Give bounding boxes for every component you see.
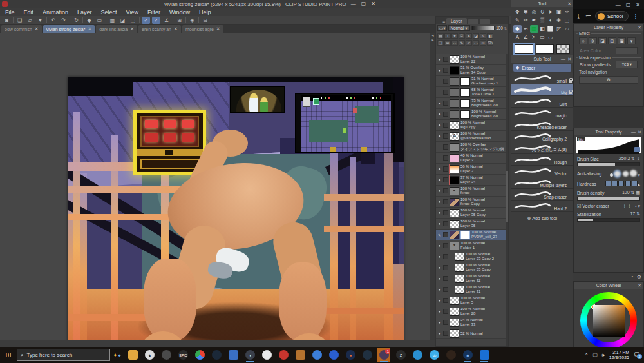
close-tab-icon[interactable]: ✕ [174,26,178,32]
kebab-menu-icon[interactable]: ⋮ [632,13,638,19]
menu-edit[interactable]: Edit [24,9,34,15]
doc-tab[interactable]: dark link alicia✕ [96,25,137,33]
save-icon[interactable]: ▼ [36,17,44,24]
taskbar-app-navy-orange-app[interactable]: ● [344,348,357,362]
layer-row[interactable]: ●100 % NormalLayer 5 [436,295,508,306]
brush-size-slider[interactable] [577,162,640,166]
layer-row[interactable]: ●56 % NormalLayer 2 [436,164,508,175]
pencil-tool-icon[interactable]: ✏ [522,17,530,25]
stabilization-slider[interactable] [577,218,640,222]
gradient-tool-icon[interactable]: ◧ [538,25,547,33]
eye-icon[interactable]: ● [436,277,443,280]
layer-row[interactable]: ●100 % Normalsig Copy [436,120,508,131]
tab-layer[interactable]: Layer [446,18,467,24]
taskbar-app-steam[interactable] [210,348,223,362]
rotate-view-icon[interactable]: ↻ [538,8,547,16]
eraser-ref-icon[interactable]: ◈ [188,17,196,24]
layer-toggle-icon[interactable]: ◧ [487,33,493,39]
taskbar-app-mario-app[interactable] [294,348,307,362]
layer-icon[interactable]: ⬚ [129,17,137,24]
polyline-tool-icon[interactable]: ≻ [530,34,538,41]
open-icon[interactable]: ▱ [26,17,34,24]
layer-action-icon[interactable]: ✎ [459,40,465,46]
eye-icon[interactable]: ● [436,255,443,259]
close-icon[interactable]: ✕ [638,128,641,135]
taskbar-app-clip-studio-paint[interactable]: ◖ [243,348,256,362]
taskbar-search[interactable]: ⌕ Type here to search [17,349,110,361]
layer-action-icon[interactable]: ⌦ [487,40,493,46]
layer-row[interactable]: ●100 % NormalLayer 28 [436,306,508,317]
undo-icon[interactable]: ↶ [49,17,57,24]
taskbar-app-discord[interactable]: 1 [377,348,390,362]
history-icon[interactable]: ◔ [630,274,634,280]
stabilization-stepper[interactable]: ⇅ [636,211,640,216]
layer-row[interactable]: ●34 % NormalLayer 33 [436,317,508,328]
layer-action-icon[interactable]: ❏ [437,40,444,46]
new-icon[interactable]: ❏ [15,17,24,24]
menu-view[interactable]: View [126,9,138,15]
subtool-item[interactable]: small [511,73,573,84]
eye-icon[interactable]: ● [436,331,443,335]
speaker-icon[interactable]: 🕪 [601,353,604,358]
anti-aliasing-options[interactable]: ▾ [609,170,640,178]
layer-row[interactable]: 40 % NormalLayer 3 [436,153,508,164]
eye-icon[interactable]: ● [436,299,443,302]
brush-size-pressure-icon[interactable]: ⇩ [636,156,640,161]
effect-tone-icon[interactable]: ※ [589,37,597,44]
close-button[interactable]: ✕ [636,2,640,8]
close-icon[interactable]: ✕ [638,24,641,31]
hardness-options[interactable]: ▸ [605,181,640,188]
main-color-swatch[interactable] [515,44,533,54]
layer-row[interactable]: ✎100 % NormalPVDW_still_27 [436,230,508,240]
subtool-item[interactable]: magic [511,108,573,119]
subtool-item[interactable]: Vector [511,166,573,177]
eye-icon[interactable]: ● [436,189,443,193]
eye-icon[interactable]: ● [436,200,443,204]
close-tab-icon[interactable]: ✕ [130,26,134,32]
minimize-button[interactable]: — [351,1,356,6]
tab-hidden-2[interactable] [480,19,490,24]
taskbar-app-dark-sphere-app[interactable] [444,348,457,362]
blend-mode-select[interactable]: Normal▾ [448,25,470,31]
notification-icon[interactable]: 🗨2 [634,351,640,358]
subtool-item[interactable]: Soft [511,96,573,108]
brush-size-stepper[interactable]: ⇅ [631,156,635,161]
eye-icon[interactable]: ● [436,57,443,61]
minimize-icon[interactable]: — [561,55,565,63]
taskbar-app-epic-games[interactable]: EPIC [176,348,189,362]
layer-row[interactable]: ●100 % Normalfence Copy [436,197,508,208]
menu-animation[interactable]: Animation [43,9,68,15]
layer-action-icon[interactable]: ▱ [451,40,458,46]
subtool-panel-header[interactable]: Sub Tool — ✕ [511,55,573,63]
layer-palette-icon[interactable]: ▭▾ [437,25,447,31]
layer-row[interactable]: 100 % Overlayタイツストッキングの例 [436,142,508,153]
redo-icon[interactable]: ↷ [59,17,68,24]
eye-icon[interactable]: ● [436,167,443,171]
show-gradients-select[interactable]: Yes ▾ [616,61,638,68]
subtool-item[interactable]: Kneaded eraser [511,119,573,131]
opacity-slider[interactable] [471,26,495,30]
layer-row[interactable]: ●52 % Normal [436,328,508,339]
snap-a-icon[interactable]: ✓ [142,17,150,24]
effect-extract-icon[interactable]: ⊞ [608,37,616,44]
doc-tab[interactable]: odw commish✕ [1,25,42,33]
close-icon[interactable]: ✕ [567,0,571,7]
layer-row[interactable]: ●100 % NormalBrightness/Con [436,109,508,120]
airbrush-tool-icon[interactable]: ▒ [538,17,547,25]
layer-row[interactable]: ●100 % NormalLayer 35 [436,219,508,230]
close-button[interactable]: ✕ [371,1,375,6]
subtool-item[interactable]: Calligraphy 2 [511,131,573,142]
layer-toggle-icon[interactable]: ✦ [451,33,458,39]
eye-icon[interactable]: ● [436,211,443,215]
taskbar-app-compass-app[interactable] [260,348,273,362]
decoration-tool-icon[interactable]: ❋ [554,17,563,25]
layer-row[interactable]: ●▾100 % NormalFolder 1 [436,240,508,251]
sv-square[interactable] [593,305,625,337]
download-icon[interactable]: ⭳ [576,13,582,19]
frame-border-icon[interactable]: ◸ [554,25,563,33]
eye-icon[interactable]: ● [436,101,443,105]
layer-action-icon[interactable]: ✐ [466,40,472,46]
tool-navigation-button[interactable]: ⚙ [579,76,638,84]
sub-color-swatch[interactable] [536,44,554,54]
rotate-icon[interactable]: ↻ [72,17,80,24]
